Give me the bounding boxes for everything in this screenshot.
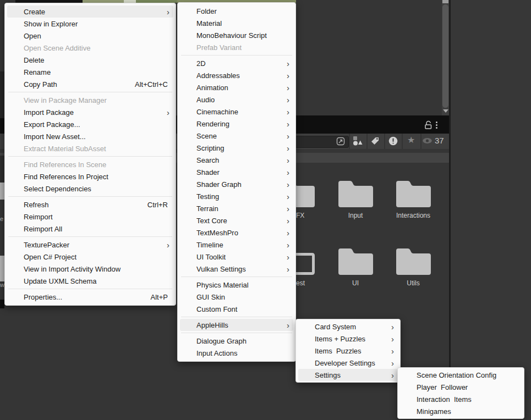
- menu-item-developer-settings[interactable]: Developer Settings›: [298, 357, 398, 369]
- menu-item-items-puzzles[interactable]: Items Puzzles›: [298, 345, 398, 357]
- favorites-star-icon[interactable]: ★: [407, 135, 415, 145]
- menu-item-monobehaviour-script[interactable]: MonoBehaviour Script: [180, 29, 293, 41]
- menu-item-ui-toolkit[interactable]: UI Toolkit›: [180, 251, 293, 263]
- menu-item-label: View in Package Manager: [24, 96, 107, 104]
- menu-item-rendering[interactable]: Rendering›: [180, 118, 293, 130]
- applehills-submenu: Card System›Items + Puzzles›Items Puzzle…: [295, 319, 401, 383]
- menu-item-addressables[interactable]: Addressables›: [180, 69, 293, 81]
- open-search-window-icon[interactable]: [336, 137, 345, 148]
- submenu-arrow-icon: ›: [287, 253, 289, 261]
- menu-item-update-uxml-schema[interactable]: Update UXML Schema: [7, 275, 173, 287]
- menu-item-reimport[interactable]: Reimport: [7, 211, 173, 223]
- filter-by-type-icon[interactable]: [353, 136, 363, 148]
- menu-item-label: Physics Material: [196, 281, 249, 289]
- menu-item-create[interactable]: Create›: [7, 5, 173, 18]
- menu-item-label: Create: [24, 8, 45, 16]
- menu-item-label: Card System: [315, 323, 356, 331]
- menu-item-dialogue-graph[interactable]: Dialogue Graph: [180, 335, 293, 347]
- menu-item-select-dependencies[interactable]: Select Dependencies: [7, 183, 173, 195]
- menu-item-card-system[interactable]: Card System›: [298, 320, 398, 333]
- menu-item-items-puzzles[interactable]: Items + Puzzles›: [298, 333, 398, 345]
- menu-item-animation[interactable]: Animation›: [180, 81, 293, 93]
- menu-item-scene-orientation-config[interactable]: Scene Orientation Config: [400, 369, 522, 381]
- menu-item-label: Minigames: [417, 407, 451, 416]
- menu-item-shader-graph[interactable]: Shader Graph›: [180, 178, 293, 190]
- clipped-text-fragment: e: [0, 215, 3, 222]
- menu-item-material[interactable]: Material: [180, 17, 293, 29]
- menu-item-search[interactable]: Search›: [180, 154, 293, 166]
- menu-item-vulkan-settings[interactable]: Vulkan Settings›: [180, 263, 293, 275]
- submenu-arrow-icon: ›: [287, 71, 289, 80]
- left-edge-band: [0, 71, 4, 118]
- menu-item-text-core[interactable]: Text Core›: [180, 214, 293, 226]
- submenu-arrow-icon: ›: [287, 205, 289, 213]
- menu-item-scripting[interactable]: Scripting›: [180, 142, 293, 154]
- scrollbar-down-arrow-icon[interactable]: [443, 109, 448, 113]
- menu-item-show-in-explorer[interactable]: Show in Explorer: [7, 18, 173, 30]
- menu-item-extract-material-subasset: Extract Material SubAsset: [7, 142, 173, 154]
- menu-item-label: Developer Settings: [315, 359, 375, 367]
- menu-item-2d[interactable]: 2D›: [180, 57, 293, 69]
- menu-item-terrain[interactable]: Terrain›: [180, 202, 293, 214]
- folder-item[interactable]: Utils: [380, 246, 446, 287]
- visibility-count[interactable]: 37: [421, 136, 444, 145]
- menu-item-input-actions[interactable]: Input Actions: [180, 347, 293, 359]
- menu-item-audio[interactable]: Audio›: [180, 93, 293, 106]
- menu-item-find-references-in-project[interactable]: Find References In Project: [7, 170, 173, 183]
- submenu-arrow-icon: ›: [287, 96, 289, 104]
- menu-item-settings[interactable]: Settings›: [298, 369, 398, 381]
- menu-item-label: Text Core: [196, 217, 227, 225]
- menu-item-label: Find References In Project: [24, 173, 108, 181]
- menu-item-label: Settings: [315, 371, 341, 379]
- menu-item-import-new-asset[interactable]: Import New Asset...: [7, 130, 173, 142]
- menu-item-applehills[interactable]: AppleHills›: [180, 319, 293, 331]
- submenu-arrow-icon: ›: [287, 321, 289, 329]
- menu-item-cinemachine[interactable]: Cinemachine›: [180, 106, 293, 118]
- folder-item[interactable]: Input: [322, 179, 388, 219]
- menu-item-label: TextMeshPro: [196, 229, 238, 237]
- menu-item-delete[interactable]: Delete: [7, 54, 173, 66]
- menu-item-gui-skin[interactable]: GUI Skin: [180, 291, 293, 303]
- menu-item-textmeshpro[interactable]: TextMeshPro›: [180, 226, 293, 239]
- toolbar-divider: [384, 134, 385, 149]
- menu-item-label: Open C# Project: [24, 253, 76, 261]
- menu-item-open[interactable]: Open: [7, 30, 173, 42]
- filter-by-label-tag-icon[interactable]: [370, 136, 380, 148]
- menu-item-testing[interactable]: Testing›: [180, 190, 293, 202]
- left-edge-band: [0, 156, 4, 183]
- menu-item-timeline[interactable]: Timeline›: [180, 239, 293, 251]
- menu-item-open-c-project[interactable]: Open C# Project: [7, 251, 173, 263]
- menu-item-player-follower[interactable]: Player Follower: [400, 381, 522, 393]
- scrollbar-thumb[interactable]: [442, 4, 448, 108]
- menu-item-label: Timeline: [196, 241, 223, 249]
- scrollbar-top-button[interactable]: [442, 0, 448, 3]
- folder-item[interactable]: Interactions: [380, 179, 446, 219]
- menu-item-physics-material[interactable]: Physics Material: [180, 279, 293, 291]
- menu-item-copy-path[interactable]: Copy PathAlt+Ctrl+C: [7, 78, 173, 90]
- menu-item-view-in-import-activity-window[interactable]: View in Import Activity Window: [7, 263, 173, 275]
- menu-item-interaction-items[interactable]: Interaction Items: [400, 393, 522, 405]
- menu-item-label: Player Follower: [417, 383, 468, 391]
- unlock-icon[interactable]: [424, 120, 433, 132]
- menu-item-folder[interactable]: Folder: [180, 5, 293, 17]
- menu-item-shader[interactable]: Shader›: [180, 166, 293, 178]
- menu-item-reimport-all[interactable]: Reimport All: [7, 223, 173, 235]
- kebab-menu-icon[interactable]: [436, 120, 438, 130]
- menu-item-label: MonoBehaviour Script: [196, 31, 267, 40]
- menu-item-custom-font[interactable]: Custom Font: [180, 303, 293, 315]
- folder-item[interactable]: UI: [322, 246, 388, 287]
- menu-item-import-package[interactable]: Import Package›: [7, 106, 173, 118]
- menu-item-view-in-package-manager: View in Package Manager: [7, 94, 173, 106]
- menu-item-minigames[interactable]: Minigames: [400, 405, 522, 417]
- menu-item-rename[interactable]: Rename: [7, 66, 173, 78]
- menu-item-label: TexturePacker: [24, 241, 69, 249]
- menu-item-shortcut: Ctrl+R: [147, 201, 168, 209]
- menu-item-scene[interactable]: Scene›: [180, 130, 293, 142]
- menu-item-texturepacker[interactable]: TexturePacker›: [7, 239, 173, 251]
- menu-item-refresh[interactable]: RefreshCtrl+R: [7, 198, 173, 211]
- visibility-count-value: 37: [435, 136, 444, 145]
- warning-filter-icon[interactable]: [388, 136, 398, 148]
- menu-item-properties[interactable]: Properties...Alt+P: [7, 291, 173, 303]
- menu-item-export-package[interactable]: Export Package...: [7, 118, 173, 130]
- submenu-arrow-icon: ›: [287, 168, 289, 176]
